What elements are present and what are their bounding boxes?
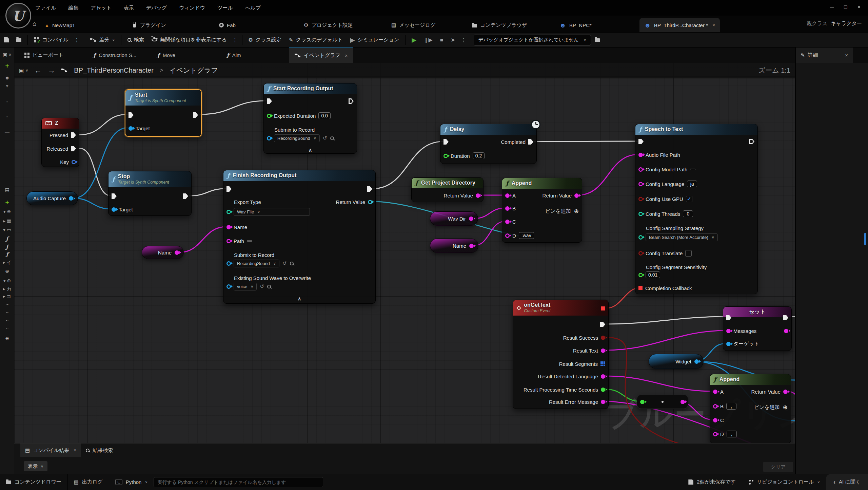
- value-box[interactable]: 0: [683, 210, 693, 217]
- play-options-icon[interactable]: ⋮: [459, 37, 468, 43]
- collapse-button[interactable]: ∧: [309, 147, 312, 153]
- strip-icon[interactable]: ▾ ⊕: [0, 209, 14, 214]
- exec-pin[interactable]: [226, 186, 232, 192]
- data-pin[interactable]: [226, 239, 231, 243]
- node-header[interactable]: ƒAppend: [710, 374, 791, 385]
- node-start[interactable]: ƒStartTarget is Synth ComponentTarget: [125, 89, 202, 137]
- data-pin[interactable]: [601, 400, 605, 404]
- strip-icon[interactable]: ▸ イ: [0, 260, 14, 265]
- content-drawer-button[interactable]: コンテンツドロワー: [0, 474, 68, 490]
- node-header[interactable]: ƒStopTarget is Synth Component: [108, 171, 191, 187]
- node-delay[interactable]: ƒDelayCompletedDuration0.2: [440, 124, 537, 164]
- menu-デバッグ[interactable]: デバッグ: [146, 5, 167, 11]
- app-tab-fab[interactable]: Fab: [214, 18, 240, 32]
- exec-pin[interactable]: [367, 186, 372, 192]
- node-header[interactable]: ƒAppend: [502, 178, 582, 189]
- dropdown[interactable]: RecordingSound∨: [274, 134, 320, 142]
- variable-pill-name-1[interactable]: Name: [142, 246, 184, 259]
- dropdown[interactable]: Wav File∨: [234, 208, 310, 216]
- exec-pin[interactable]: [267, 98, 272, 104]
- class-defaults-button[interactable]: ✎クラスのデフォルト: [285, 33, 347, 47]
- data-pin[interactable]: [638, 182, 643, 186]
- menu-アセット[interactable]: アセット: [91, 5, 111, 11]
- bookmark-icon[interactable]: ▣ ∨: [19, 68, 28, 74]
- data-pin[interactable]: [694, 359, 699, 364]
- browse-icon[interactable]: [290, 262, 294, 265]
- variable-pill-audio-capture[interactable]: Audio Capture: [26, 191, 78, 205]
- strip-icon[interactable]: —: [0, 130, 14, 134]
- tab-close-icon[interactable]: ×: [712, 22, 715, 28]
- data-pin[interactable]: [129, 126, 133, 131]
- strip-icon[interactable]: ▸ コ: [0, 294, 14, 299]
- simulation-button[interactable]: ▶シミュレーション: [347, 33, 403, 47]
- exec-pin[interactable]: [528, 139, 533, 145]
- browse-asset-button[interactable]: [13, 33, 25, 47]
- data-pin[interactable]: [713, 432, 717, 436]
- strip-icon[interactable]: ▪: [0, 114, 14, 119]
- app-tab-content-browser[interactable]: コンテンツブラウザ: [467, 18, 532, 32]
- node-header[interactable]: ◇onGetTextCustom Event: [513, 300, 608, 316]
- exec-pin[interactable]: [183, 193, 188, 199]
- data-pin[interactable]: [443, 154, 448, 158]
- exec-pin[interactable]: [783, 315, 788, 320]
- compile-button[interactable]: コンパイル: [30, 33, 72, 47]
- graph-tab-aim[interactable]: ƒAim: [221, 48, 246, 63]
- data-pin[interactable]: [726, 329, 731, 333]
- delegate-pin[interactable]: [638, 286, 643, 290]
- node-conv-node[interactable]: [637, 395, 688, 409]
- data-pin[interactable]: [638, 212, 643, 216]
- menu-編集[interactable]: 編集: [68, 5, 78, 11]
- strip-icon[interactable]: ▾ ▭: [0, 227, 14, 232]
- stop-button[interactable]: ■: [436, 33, 447, 47]
- data-pin[interactable]: [226, 210, 231, 214]
- node-input-key-z[interactable]: ZPressedReleasedKey: [41, 118, 79, 167]
- node-start-recording-output[interactable]: ƒStart Recording OutputExpected Duration…: [263, 83, 357, 154]
- browse-icon[interactable]: [330, 136, 334, 140]
- node-header[interactable]: ƒFinish Recording Output: [223, 170, 375, 181]
- ask-ai-button[interactable]: ‹ AI に聞く: [826, 474, 868, 490]
- data-pin[interactable]: [112, 207, 116, 212]
- data-pin[interactable]: [713, 418, 717, 422]
- data-pin[interactable]: [638, 197, 643, 201]
- home-icon[interactable]: ⌂: [33, 20, 36, 27]
- app-tab-project-settings[interactable]: ⚙プロジェクト設定: [299, 18, 358, 32]
- compile-options-icon[interactable]: ⋮: [72, 37, 81, 43]
- find-results-tab[interactable]: 結果検索: [81, 444, 118, 457]
- strip-icon[interactable]: ▾ ⊕: [0, 278, 14, 283]
- strip-icon[interactable]: ~: [0, 318, 14, 323]
- app-tab-message-log[interactable]: ▤メッセージログ: [387, 18, 440, 32]
- value-box[interactable]: ,: [727, 431, 737, 437]
- exec-pin[interactable]: [112, 193, 117, 199]
- add-pin-button[interactable]: ピンを追加⊕: [545, 208, 579, 215]
- app-tab-plugins[interactable]: プラグイン: [128, 18, 171, 32]
- details-tab[interactable]: ✎ 詳細 ×: [796, 48, 853, 63]
- node-header[interactable]: ƒSpeech to Text: [635, 124, 757, 135]
- dropdown[interactable]: voice∨: [234, 283, 257, 290]
- data-pin[interactable]: [505, 206, 510, 211]
- node-append-1[interactable]: ƒAppendAReturn ValueBピンを追加⊕CD.wav: [502, 178, 582, 243]
- strip-icon[interactable]: ▪: [0, 99, 14, 104]
- data-pin[interactable]: [469, 244, 474, 248]
- node-header[interactable]: Z: [42, 118, 79, 129]
- node-header[interactable]: ƒStart Recording Output: [264, 83, 357, 94]
- strip-icon[interactable]: ⊕: [0, 336, 14, 341]
- back-icon[interactable]: ←: [34, 66, 42, 75]
- graph-tab-move[interactable]: ƒMove: [152, 48, 181, 63]
- node-finish-recording-output[interactable]: ƒFinish Recording OutputExport TypeRetur…: [223, 170, 376, 304]
- output-log-button[interactable]: ▤ 出力ログ: [68, 474, 109, 490]
- browse-icon[interactable]: [267, 285, 271, 288]
- compile-results-close-icon[interactable]: ×: [74, 448, 76, 453]
- strip-icon[interactable]: ▾: [0, 83, 14, 88]
- node-header[interactable]: ƒGet Project Directory: [412, 178, 483, 188]
- value-box[interactable]: ,: [726, 403, 736, 410]
- close-button[interactable]: ×: [857, 4, 861, 10]
- debug-browse-button[interactable]: [591, 33, 604, 47]
- menu-ウィンドウ[interactable]: ウィンドウ: [179, 5, 205, 11]
- data-pin[interactable]: [267, 114, 271, 118]
- graph-tab-event-graph[interactable]: イベントグラフ×: [289, 48, 353, 63]
- data-pin[interactable]: [601, 336, 605, 340]
- show-filter-button[interactable]: 表示∨: [24, 461, 47, 471]
- data-pin[interactable]: [783, 390, 788, 394]
- exec-pin[interactable]: [129, 112, 134, 118]
- exec-pin[interactable]: [638, 139, 644, 144]
